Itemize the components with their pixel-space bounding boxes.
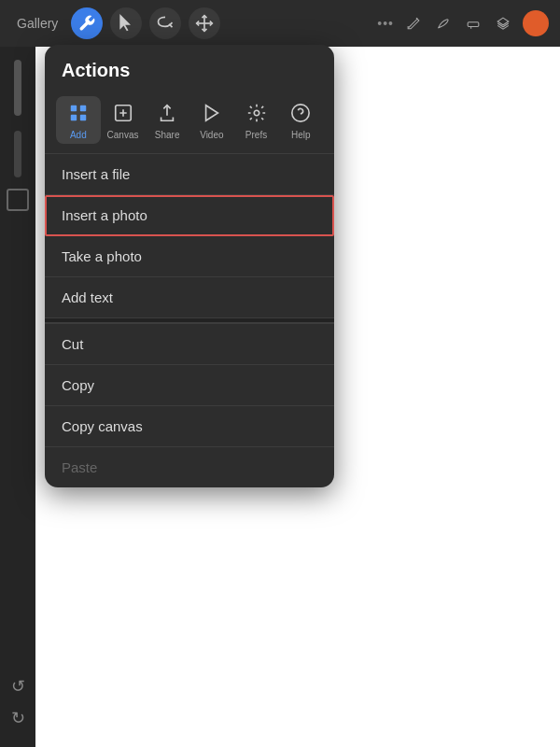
add-tab-label: Add xyxy=(70,130,87,140)
smudge-tool-icon[interactable] xyxy=(433,13,454,34)
insert-file-item[interactable]: Insert a file xyxy=(45,154,334,195)
redo-button[interactable]: ↻ xyxy=(11,708,25,728)
move-icon xyxy=(195,14,214,33)
layer-thumbnail[interactable] xyxy=(7,189,29,211)
pencil-tool-icon[interactable] xyxy=(403,13,424,34)
top-toolbar: Gallery xyxy=(0,0,560,47)
actions-icon-button[interactable] xyxy=(71,7,103,39)
opacity-slider[interactable] xyxy=(14,131,21,177)
prefs-tab-icon xyxy=(244,100,270,126)
clipboard-section: Cut Copy Copy canvas Paste xyxy=(45,323,334,487)
tab-canvas[interactable]: Canvas xyxy=(101,96,146,144)
actions-panel: Actions Add Can xyxy=(45,45,334,487)
undo-button[interactable]: ↺ xyxy=(11,676,25,697)
svg-rect-7 xyxy=(71,106,77,111)
svg-line-0 xyxy=(170,24,173,27)
video-tab-icon xyxy=(199,100,225,126)
selection-icon-button[interactable] xyxy=(149,7,181,39)
svg-rect-10 xyxy=(80,115,86,120)
add-text-item[interactable]: Add text xyxy=(45,277,334,317)
tab-help[interactable]: Help xyxy=(278,96,323,144)
toolbar-right: ••• xyxy=(377,10,549,36)
tab-add[interactable]: Add xyxy=(56,96,101,144)
copy-canvas-item[interactable]: Copy canvas xyxy=(45,406,334,447)
insert-section: Insert a file Insert a photo Take a phot… xyxy=(45,153,334,317)
add-tab-icon xyxy=(65,100,91,126)
help-tab-icon xyxy=(287,100,314,126)
lasso-icon xyxy=(156,14,175,33)
insert-photo-item[interactable]: Insert a photo xyxy=(45,195,334,236)
cut-item[interactable]: Cut xyxy=(45,324,334,365)
left-sidebar: ↺ ↻ xyxy=(0,47,35,747)
color-picker-button[interactable] xyxy=(523,10,549,36)
svg-rect-9 xyxy=(71,115,77,120)
gallery-button[interactable]: Gallery xyxy=(11,12,63,35)
more-options-button[interactable]: ••• xyxy=(377,16,394,31)
help-tab-label: Help xyxy=(291,130,311,140)
svg-point-14 xyxy=(292,105,309,121)
transform-icon-button[interactable] xyxy=(189,7,220,39)
svg-marker-12 xyxy=(205,106,217,121)
svg-rect-4 xyxy=(468,22,479,27)
take-photo-item[interactable]: Take a photo xyxy=(45,236,334,277)
video-tab-label: Video xyxy=(200,130,223,140)
toolbar-left: Gallery xyxy=(11,7,220,39)
svg-point-13 xyxy=(254,110,259,116)
tab-prefs[interactable]: Prefs xyxy=(234,96,279,144)
brush-size-slider[interactable] xyxy=(14,60,21,116)
paste-item[interactable]: Paste xyxy=(45,447,334,487)
share-tab-icon xyxy=(154,100,180,126)
layers-tool-icon[interactable] xyxy=(493,13,513,34)
eraser-tool-icon[interactable] xyxy=(463,13,483,34)
modify-icon-button[interactable] xyxy=(110,7,142,39)
prefs-tab-label: Prefs xyxy=(245,130,267,140)
tab-share[interactable]: Share xyxy=(145,96,189,144)
tab-video[interactable]: Video xyxy=(189,96,234,144)
canvas-tab-icon xyxy=(110,100,136,126)
cursor-icon xyxy=(117,14,135,33)
share-tab-label: Share xyxy=(155,130,180,140)
svg-rect-8 xyxy=(80,106,86,111)
wrench-icon xyxy=(77,14,96,33)
sidebar-bottom-actions: ↺ ↻ xyxy=(11,676,25,728)
canvas-tab-label: Canvas xyxy=(107,130,139,140)
copy-item[interactable]: Copy xyxy=(45,365,334,406)
panel-tabs: Add Canvas Share xyxy=(45,91,334,153)
panel-title: Actions xyxy=(45,45,334,91)
